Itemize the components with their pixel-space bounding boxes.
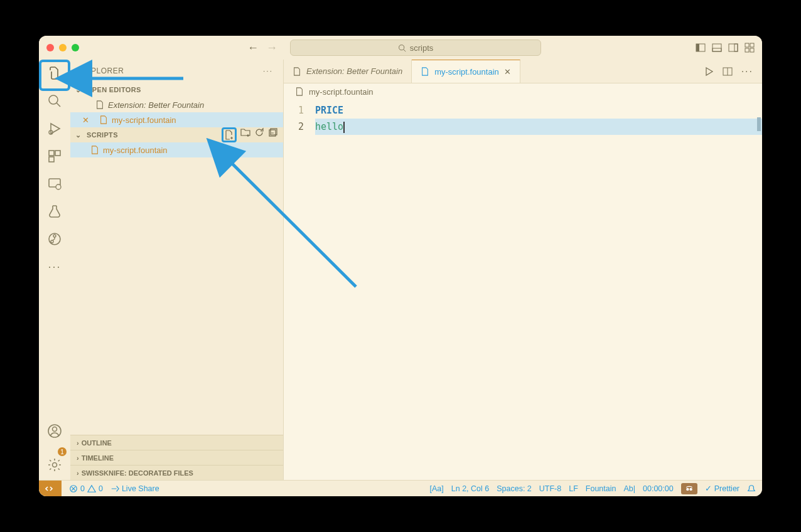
settings-badge: 1 [58,447,67,456]
encoding-status[interactable]: UTF-8 [539,484,561,493]
search-icon [398,44,406,52]
timeline-label: TIMELINE [82,454,114,462]
chevron-right-icon: › [77,469,79,477]
editor-tab-active[interactable]: my-script.fountain ✕ [412,60,520,83]
prettier-status[interactable]: ✓ Prettier [705,484,739,493]
time-status[interactable]: 00:00:00 [643,484,674,493]
command-center-search[interactable]: scripts [290,40,541,56]
cursor-position-status[interactable]: Ln 2, Col 6 [451,484,489,493]
maximize-window-button[interactable] [72,44,79,51]
nav-forward-icon[interactable]: → [266,41,277,55]
minimize-window-button[interactable] [59,44,67,51]
eol-status[interactable]: LF [569,484,578,493]
svg-rect-8 [745,43,749,47]
overflow-menu-icon[interactable]: ··· [47,259,62,274]
new-file-button[interactable] [222,127,237,142]
collapse-all-button[interactable] [268,127,278,142]
code-token: hello [315,121,343,132]
close-window-button[interactable] [46,44,54,51]
statusbar: 0 0 Live Share [Aa] Ln 2, Col 6 Spaces: … [39,480,762,496]
svg-point-0 [399,45,404,50]
file-icon [95,100,104,109]
timeline-section-header[interactable]: › TIMELINE [70,450,283,465]
svg-rect-3 [696,44,699,51]
open-editor-item[interactable]: ✕ my-script.fountain [70,112,283,127]
scripts-folder-header[interactable]: ⌄ SCRIPTS [70,127,283,142]
svg-rect-17 [49,157,54,162]
new-folder-button[interactable] [240,127,250,142]
swissknife-section-header[interactable]: › SWISSKNIFE: DECORATED FILES [70,465,283,480]
activity-bar: ··· 1 [39,60,70,480]
testing-icon[interactable] [47,204,62,219]
refresh-icon [254,127,264,137]
scripts-label: SCRIPTS [87,131,118,139]
svg-line-13 [56,103,60,107]
editor-tab[interactable]: Extension: Better Fountain [284,60,412,83]
outline-section-header[interactable]: › OUTLINE [70,435,283,450]
svg-rect-7 [734,44,738,51]
source-control-icon[interactable] [47,231,62,247]
tab-label: Extension: Better Fountain [306,66,402,76]
split-editor-icon[interactable] [723,66,733,77]
breadcrumb[interactable]: my-script.fountain [284,83,762,100]
svg-rect-15 [49,151,54,156]
check-icon: ✓ [705,484,712,493]
outline-label: OUTLINE [82,439,112,447]
remote-explorer-icon[interactable] [47,176,62,191]
ab-status[interactable]: Ab| [623,484,635,493]
sidebar-header: EXPLORER ··· [70,60,283,82]
problems-status[interactable]: 0 0 [69,484,103,493]
chevron-down-icon: ⌄ [75,131,84,139]
open-editor-label: Extension: Better Fountain [108,100,204,110]
chevron-right-icon: › [77,439,79,447]
svg-rect-5 [712,48,721,51]
close-tab-icon[interactable]: ✕ [504,67,511,77]
settings-gear-icon[interactable] [47,457,62,472]
layout-sidebar-left-icon[interactable] [696,43,706,53]
svg-point-35 [689,487,692,490]
refresh-button[interactable] [254,127,264,142]
file-icon [90,146,99,154]
run-debug-icon[interactable] [47,121,62,136]
layout-panel-icon[interactable] [712,43,722,53]
warning-icon [87,484,96,493]
code-editor[interactable]: 1 2 PRICE hello [284,100,762,480]
line-number: 2 [284,119,304,135]
open-editors-header[interactable]: ⌄ OPEN EDITORS [70,82,283,97]
open-editor-item[interactable]: Extension: Better Fountain [70,97,283,112]
new-folder-icon [240,127,250,137]
file-icon [99,115,108,124]
sidebar-more-icon[interactable]: ··· [263,66,273,75]
svg-point-24 [53,427,57,432]
aa-status[interactable]: [Aa] [430,484,444,493]
remote-indicator[interactable] [39,481,62,496]
svg-rect-9 [750,43,754,47]
layout-sidebar-right-icon[interactable] [728,43,738,53]
svg-rect-11 [750,48,754,52]
file-icon [295,87,304,96]
minimap-cursor [757,117,761,131]
nav-back-icon[interactable]: ← [247,41,259,55]
svg-rect-10 [745,48,749,52]
svg-point-34 [686,487,689,490]
line-number: 1 [284,102,304,119]
indentation-status[interactable]: Spaces: 2 [497,484,532,493]
layout-customize-icon[interactable] [745,43,755,53]
sidebar-title: EXPLORER [80,66,124,75]
explorer-icon[interactable] [47,66,62,81]
file-icon [293,67,301,76]
notifications-icon[interactable] [747,484,756,493]
accounts-icon[interactable] [47,423,62,439]
language-status[interactable]: Fountain [586,484,616,493]
close-editor-icon[interactable]: ✕ [80,115,90,125]
open-editors-label: OPEN EDITORS [87,86,141,93]
file-tree-item[interactable]: my-script.fountain [70,142,283,157]
copilot-status[interactable] [681,483,697,494]
extensions-icon[interactable] [47,149,62,164]
more-actions-icon[interactable]: ··· [741,66,753,77]
vscode-window: ← → scripts [39,36,762,496]
live-share-status[interactable]: Live Share [110,484,159,493]
svg-rect-4 [712,44,721,51]
run-icon[interactable] [704,66,714,77]
search-activity-icon[interactable] [47,93,62,109]
